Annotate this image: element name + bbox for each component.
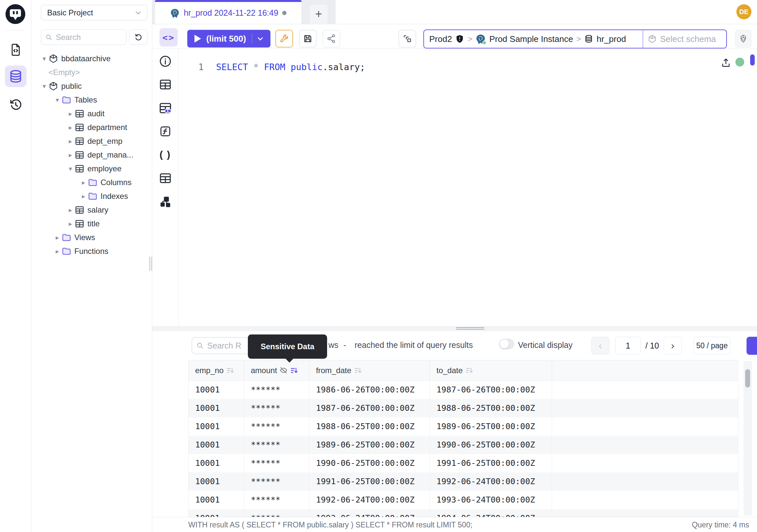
sidebar-search[interactable]	[41, 29, 126, 45]
sql-editor-canvas[interactable]: 1 SELECT * FROM public.salary;	[179, 48, 757, 326]
table-cell[interactable]: 1989-06-25T00:00:00Z	[309, 436, 430, 454]
code-view-toggle[interactable]: <>	[160, 28, 178, 47]
tree-item-bbdataarchive[interactable]: ▾bbdataarchive	[31, 52, 152, 66]
table-cell[interactable]	[552, 399, 738, 417]
external-tables-panel-icon[interactable]	[158, 170, 173, 186]
upload-sheet-icon[interactable]	[721, 58, 731, 68]
code-line-1[interactable]: 1 SELECT * FROM public.salary;	[179, 60, 365, 73]
table-row[interactable]: 10001******1989-06-25T00:00:00Z1990-06-2…	[189, 436, 738, 454]
table-cell[interactable]: 1992-06-24T00:00:00Z	[309, 491, 430, 509]
tree-item-salary[interactable]: ▸salary	[31, 203, 152, 217]
table-cell[interactable]: 1991-06-25T00:00:00Z	[309, 472, 430, 491]
vertical-display-toggle[interactable]	[499, 339, 514, 349]
tree-item-employee[interactable]: ▾employee	[31, 162, 152, 175]
table-row[interactable]: 10001******1993-06-24T00:00:00Z1994-06-2…	[189, 509, 738, 517]
tab-hr-prod[interactable]: hr_prod 2024-11-22 16:49	[155, 0, 302, 24]
table-cell[interactable]: 1987-06-26T00:00:00Z	[430, 381, 552, 399]
table-cell[interactable]: ******	[244, 491, 309, 509]
save-sheet-button[interactable]	[299, 30, 317, 47]
page-size-select[interactable]: 50 / page	[693, 337, 731, 355]
export-button-partial[interactable]	[746, 337, 757, 355]
caret-closed-icon[interactable]: ▸	[66, 220, 75, 228]
caret-closed-icon[interactable]: ▸	[79, 178, 88, 186]
table-cell[interactable]	[552, 472, 738, 491]
table-cell[interactable]: 10001	[189, 436, 244, 454]
table-cell[interactable]: 1988-06-25T00:00:00Z	[309, 417, 430, 436]
table-row[interactable]: 10001******1991-06-25T00:00:00Z1992-06-2…	[189, 472, 738, 491]
masked-tables-panel-icon[interactable]	[158, 100, 173, 116]
table-cell[interactable]: 10001	[189, 509, 244, 517]
connection-breadcrumb[interactable]: Prod2 > Prod Sample Instance > hr_prod	[423, 29, 643, 48]
select-schema-button[interactable]: Select schema	[643, 29, 727, 48]
databases-nav-icon[interactable]	[5, 66, 26, 87]
caret-open-icon[interactable]: ▾	[40, 82, 48, 90]
batch-query-button[interactable]	[399, 30, 416, 47]
editor-scrollbar-thumb[interactable]	[750, 54, 755, 66]
table-cell[interactable]: 1990-06-25T00:00:00Z	[430, 436, 552, 454]
table-cell[interactable]: 1988-06-25T00:00:00Z	[430, 399, 552, 417]
column-header-amount[interactable]: amount	[244, 360, 309, 381]
history-nav-icon[interactable]	[8, 97, 24, 113]
project-selector[interactable]: Basic Project	[41, 5, 147, 20]
schema-diagram-icon[interactable]	[158, 194, 173, 210]
caret-closed-icon[interactable]: ▸	[66, 137, 75, 145]
functions-panel-icon[interactable]	[158, 123, 173, 139]
caret-closed-icon[interactable]: ▸	[53, 247, 62, 255]
table-cell[interactable]: 10001	[189, 399, 244, 417]
caret-closed-icon[interactable]: ▸	[79, 192, 88, 200]
sort-icon[interactable]	[354, 366, 362, 374]
sql-statement[interactable]: SELECT * FROM public.salary;	[216, 62, 365, 72]
tree-item-dept-mana[interactable]: ▸dept_mana...	[31, 148, 152, 162]
run-query-button[interactable]: (limit 500)	[187, 30, 270, 47]
tree-item-dept-emp[interactable]: ▸dept_emp	[31, 134, 152, 148]
format-sql-button[interactable]	[275, 30, 293, 47]
bytebase-logo-icon[interactable]	[5, 3, 26, 25]
prev-page-button[interactable]: ‹	[591, 337, 609, 355]
table-row[interactable]: 10001******1992-06-24T00:00:00Z1993-06-2…	[189, 491, 738, 509]
table-cell[interactable]: 1991-06-25T00:00:00Z	[430, 454, 552, 472]
caret-closed-icon[interactable]: ▸	[53, 234, 62, 241]
table-row[interactable]: 10001******1987-06-26T00:00:00Z1988-06-2…	[189, 399, 738, 417]
caret-open-icon[interactable]: ▾	[53, 96, 62, 104]
tree-item-views[interactable]: ▸Views	[31, 231, 152, 244]
table-cell[interactable]: 1994-06-24T00:00:00Z	[430, 509, 552, 517]
sidebar-search-input[interactable]	[56, 33, 123, 42]
caret-open-icon[interactable]: ▾	[66, 165, 75, 172]
panel-resize-divider[interactable]	[152, 326, 757, 331]
user-avatar[interactable]: DE	[736, 4, 751, 19]
table-cell[interactable]	[552, 509, 738, 517]
table-cell[interactable]: 1990-06-25T00:00:00Z	[309, 454, 430, 472]
table-cell[interactable]: ******	[244, 454, 309, 472]
table-cell[interactable]: 1986-06-26T00:00:00Z	[309, 381, 430, 399]
table-cell[interactable]: ******	[244, 509, 309, 517]
table-cell[interactable]: 1987-06-26T00:00:00Z	[309, 399, 430, 417]
sort-icon[interactable]	[290, 366, 298, 374]
table-cell[interactable]: 10001	[189, 381, 244, 399]
tree-item-department[interactable]: ▸department	[31, 121, 152, 134]
column-header-from_date[interactable]: from_date	[309, 360, 430, 381]
table-cell[interactable]: 10001	[189, 491, 244, 509]
table-cell[interactable]	[552, 454, 738, 472]
sort-icon[interactable]	[226, 366, 234, 374]
caret-closed-icon[interactable]: ▸	[66, 123, 75, 131]
table-row[interactable]: 10001******1986-06-26T00:00:00Z1987-06-2…	[189, 381, 738, 399]
table-cell[interactable]	[552, 417, 738, 436]
info-panel-icon[interactable]	[158, 53, 173, 69]
table-cell[interactable]: ******	[244, 436, 309, 454]
table-cell[interactable]: 1989-06-25T00:00:00Z	[430, 417, 552, 436]
table-cell[interactable]: 10001	[189, 472, 244, 491]
tree-item-indexes[interactable]: ▸Indexes	[31, 189, 152, 203]
table-cell[interactable]: 10001	[189, 454, 244, 472]
caret-closed-icon[interactable]: ▸	[66, 151, 75, 159]
new-tab-button[interactable]: +	[309, 4, 328, 24]
tree-item-functions[interactable]: ▸Functions	[31, 244, 152, 258]
tables-panel-icon[interactable]	[158, 77, 173, 92]
table-cell[interactable]	[552, 491, 738, 509]
tree-item-empty[interactable]: <Empty>	[31, 66, 152, 79]
table-cell[interactable]: ******	[244, 417, 309, 436]
ai-assistant-button[interactable]	[735, 30, 751, 47]
worksheets-nav-icon[interactable]	[8, 42, 24, 58]
table-cell[interactable]: 1993-06-24T00:00:00Z	[430, 491, 552, 509]
sidebar-resize-handle[interactable]	[149, 257, 153, 271]
table-cell[interactable]: ******	[244, 399, 309, 417]
